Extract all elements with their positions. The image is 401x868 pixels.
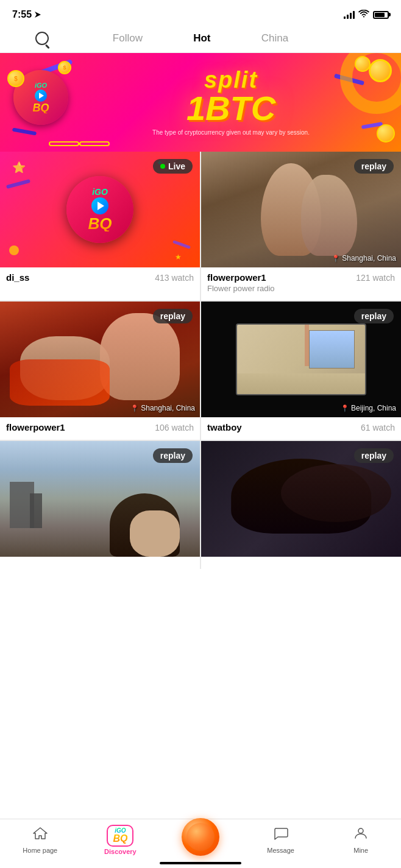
- nav-item-homepage[interactable]: Home page: [16, 826, 65, 854]
- item-info-1: di_ss 413 watch: [0, 267, 200, 290]
- username-1: di_ss: [6, 272, 29, 283]
- live-circle-icon: [182, 818, 219, 856]
- watch-count-2: 121 watch: [356, 273, 395, 283]
- location-3: 📍 Shanghai, China: [130, 404, 195, 412]
- nav-item-discovery[interactable]: iGO BQ Discovery: [96, 825, 144, 855]
- item-info-3: flowerpower1 106 watch: [0, 417, 200, 440]
- tab-hot[interactable]: Hot: [193, 32, 210, 44]
- thumb-3: replay 📍 Shanghai, China: [0, 302, 200, 417]
- svg-point-0: [358, 828, 363, 833]
- banner-btc-label: 1BTC: [152, 91, 310, 125]
- watch-count-1: 413 watch: [155, 273, 194, 283]
- homepage-label: Home page: [23, 847, 57, 854]
- tab-china[interactable]: China: [261, 32, 288, 44]
- badge-label-5: replay: [160, 451, 185, 460]
- badge-label-4: replay: [361, 311, 386, 321]
- home-icon: [32, 826, 48, 844]
- username-2: flowerpower1: [207, 272, 266, 283]
- thumb-6: replay: [201, 441, 401, 557]
- grid-item-1[interactable]: iGO BQ ⭐ ✦ ★: [0, 152, 200, 300]
- badge-replay-2: replay: [354, 159, 394, 174]
- banner-split-label: split: [152, 68, 310, 91]
- username-4: twatboy: [207, 422, 242, 432]
- location-text-2: Shanghai, China: [342, 254, 396, 263]
- location-text-3: Shanghai, China: [141, 404, 195, 412]
- content-grid: iGO BQ ⭐ ✦ ★: [0, 152, 401, 569]
- location-2: 📍 Shanghai, China: [332, 254, 396, 263]
- badge-label-1: Live: [168, 161, 185, 171]
- subtitle-2: Flower power radio: [207, 284, 395, 293]
- search-icon[interactable]: [35, 32, 49, 45]
- item-info-5: [0, 557, 200, 569]
- status-bar: 7:55: [0, 0, 401, 27]
- watch-count-3: 106 watch: [155, 423, 194, 432]
- watch-count-4: 61 watch: [361, 423, 395, 432]
- home-indicator: [160, 862, 241, 864]
- badge-live: Live: [153, 159, 193, 174]
- item-info-2: flowerpower1 121 watch Flower power radi…: [201, 267, 401, 300]
- badge-replay-5: replay: [153, 448, 193, 463]
- location-arrow-icon: [34, 11, 41, 18]
- item-info-6: [201, 557, 401, 569]
- nav-item-mine[interactable]: Mine: [336, 826, 385, 854]
- thumb-4: replay 📍 Beijing, China: [201, 302, 401, 417]
- username-3: flowerpower1: [6, 422, 65, 432]
- message-icon: [273, 826, 289, 844]
- banner[interactable]: iGO BQ $ $ split 1BTC The type of crypto…: [0, 53, 401, 152]
- bottom-nav: Home page iGO BQ Discovery Message: [0, 819, 401, 868]
- thumb-1: iGO BQ ⭐ ✦ ★: [0, 152, 200, 267]
- badge-replay-6: replay: [354, 448, 394, 463]
- badge-label-2: replay: [361, 161, 386, 171]
- live-dot: [160, 164, 165, 169]
- time-text: 7:55: [12, 9, 32, 20]
- badge-replay-4: replay: [354, 309, 394, 323]
- signal-icon: [344, 10, 355, 19]
- location-4: 📍 Beijing, China: [341, 404, 396, 412]
- grid-item-2[interactable]: replay 📍 Shanghai, China flowerpower1 12…: [201, 152, 401, 300]
- grid-item-4[interactable]: replay 📍 Beijing, China twatboy 61 watch: [201, 302, 401, 440]
- grid-item-5[interactable]: replay: [0, 441, 200, 569]
- discovery-label: Discovery: [104, 848, 137, 855]
- badge-replay-3: replay: [153, 309, 193, 323]
- mine-icon: [353, 826, 369, 844]
- mine-label: Mine: [353, 847, 368, 854]
- item-info-4: twatboy 61 watch: [201, 417, 401, 440]
- nav-item-message[interactable]: Message: [257, 826, 305, 854]
- grid-item-3[interactable]: replay 📍 Shanghai, China flowerpower1 10…: [0, 302, 200, 440]
- banner-sub-text: The type of cryptocurrency given out may…: [152, 128, 310, 137]
- tab-follow[interactable]: Follow: [113, 32, 143, 44]
- battery-icon: [373, 11, 389, 19]
- thumb-2: replay 📍 Shanghai, China: [201, 152, 401, 267]
- igobq-bq: BQ: [113, 834, 127, 844]
- thumb-5: replay: [0, 441, 200, 557]
- status-time: 7:55: [12, 9, 41, 20]
- grid-item-6[interactable]: replay: [201, 441, 401, 569]
- wifi-icon: [358, 10, 369, 20]
- location-text-4: Beijing, China: [351, 404, 396, 412]
- badge-label-6: replay: [361, 451, 386, 460]
- nav-tabs: Follow Hot China: [0, 27, 401, 53]
- badge-label-3: replay: [160, 311, 185, 321]
- status-icons: [344, 10, 389, 20]
- message-label: Message: [267, 847, 294, 854]
- nav-item-live[interactable]: [176, 818, 225, 856]
